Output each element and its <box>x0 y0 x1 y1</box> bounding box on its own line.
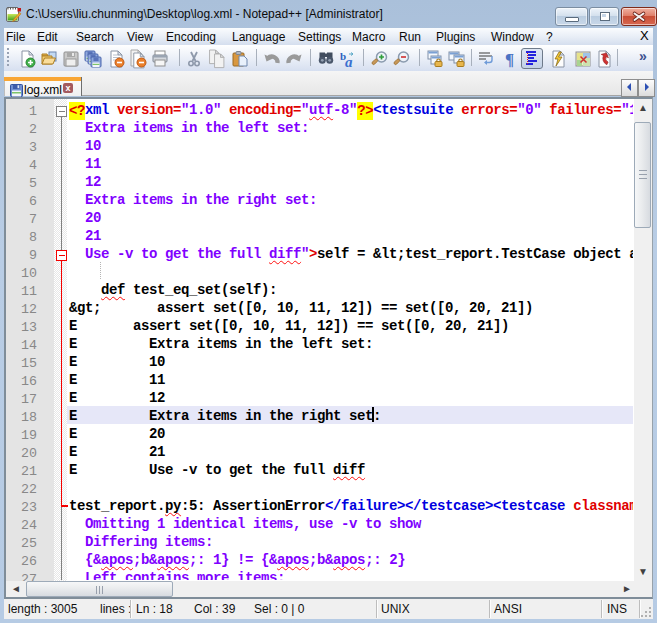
svg-text:a: a <box>345 54 353 70</box>
svg-text:¶: ¶ <box>505 50 514 69</box>
